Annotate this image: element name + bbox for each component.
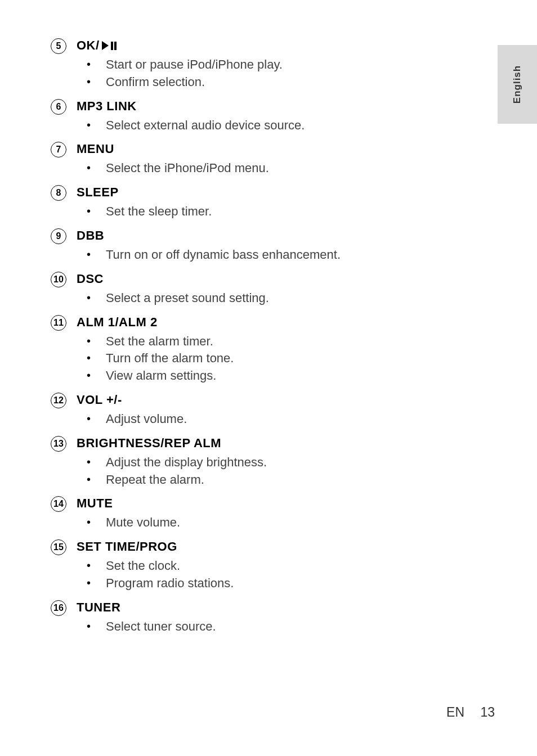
item-description-list: Set the clock.Program radio stations. <box>77 557 473 592</box>
manual-item: 8SLEEPSet the sleep timer. <box>51 185 473 220</box>
item-body: SLEEPSet the sleep timer. <box>77 185 473 220</box>
language-tab-label: English <box>512 65 523 104</box>
manual-item: 16TUNERSelect tuner source. <box>51 600 473 636</box>
item-description-list: Select a preset sound setting. <box>77 290 473 307</box>
item-title: MUTE <box>77 496 473 511</box>
item-title: DSC <box>77 272 473 286</box>
item-number-circle: 13 <box>51 436 66 452</box>
item-body: BRIGHTNESS/REP ALMAdjust the display bri… <box>77 436 473 489</box>
item-description: Start or pause iPod/iPhone play. <box>77 56 473 74</box>
item-description-list: Set the alarm timer.Turn off the alarm t… <box>77 333 473 385</box>
item-number-circle: 12 <box>51 393 66 408</box>
item-description: Program radio stations. <box>77 575 473 592</box>
item-body: DSCSelect a preset sound setting. <box>77 272 473 307</box>
language-tab: English <box>498 45 537 124</box>
manual-item: 13BRIGHTNESS/REP ALMAdjust the display b… <box>51 436 473 489</box>
manual-item: 9DBBTurn on or off dynamic bass enhancem… <box>51 228 473 264</box>
item-number-circle: 16 <box>51 600 66 616</box>
item-title: DBB <box>77 228 473 243</box>
item-description-list: Start or pause iPod/iPhone play.Confirm … <box>77 56 473 91</box>
item-title: MP3 LINK <box>77 99 473 114</box>
item-description: View alarm settings. <box>77 367 473 385</box>
item-number-circle: 7 <box>51 142 66 158</box>
item-description-list: Mute volume. <box>77 514 473 532</box>
item-description: Adjust volume. <box>77 411 473 428</box>
footer-language: EN <box>446 705 464 719</box>
play-pause-icon <box>102 41 117 50</box>
item-description: Set the sleep timer. <box>77 203 473 220</box>
item-number-circle: 15 <box>51 539 66 555</box>
item-number-circle: 8 <box>51 185 66 201</box>
item-title: TUNER <box>77 600 473 615</box>
page-footer: EN 13 <box>446 705 495 720</box>
item-description-list: Adjust the display brightness.Repeat the… <box>77 454 473 489</box>
item-description: Select the iPhone/iPod menu. <box>77 160 473 177</box>
item-description: Turn on or off dynamic bass enhancement. <box>77 246 473 264</box>
item-title: VOL +/- <box>77 393 473 407</box>
footer-page-number: 13 <box>480 705 495 719</box>
item-title: MENU <box>77 142 473 156</box>
item-description: Mute volume. <box>77 514 473 532</box>
item-description: Turn off the alarm tone. <box>77 350 473 367</box>
item-body: TUNERSelect tuner source. <box>77 600 473 636</box>
item-title: SLEEP <box>77 185 473 200</box>
manual-item: 10DSCSelect a preset sound setting. <box>51 272 473 307</box>
item-number-circle: 10 <box>51 272 66 287</box>
item-number-circle: 11 <box>51 315 66 331</box>
item-description: Adjust the display brightness. <box>77 454 473 471</box>
item-title: ALM 1/ALM 2 <box>77 315 473 330</box>
item-title: SET TIME/PROG <box>77 539 473 554</box>
item-description: Set the alarm timer. <box>77 333 473 350</box>
item-body: SET TIME/PROGSet the clock.Program radio… <box>77 539 473 592</box>
manual-item: 7MENUSelect the iPhone/iPod menu. <box>51 142 473 177</box>
item-title: OK/ <box>77 38 473 53</box>
manual-item: 5OK/Start or pause iPod/iPhone play.Conf… <box>51 38 473 91</box>
item-title: BRIGHTNESS/REP ALM <box>77 436 473 451</box>
manual-item: 14MUTEMute volume. <box>51 496 473 532</box>
item-number-circle: 6 <box>51 99 66 115</box>
manual-item: 6MP3 LINKSelect external audio device so… <box>51 99 473 134</box>
manual-content: 5OK/Start or pause iPod/iPhone play.Conf… <box>51 38 473 644</box>
item-number-circle: 5 <box>51 38 66 54</box>
item-number-circle: 14 <box>51 496 66 512</box>
item-description: Select a preset sound setting. <box>77 290 473 307</box>
item-body: MUTEMute volume. <box>77 496 473 532</box>
item-description-list: Select tuner source. <box>77 618 473 636</box>
item-description: Select external audio device source. <box>77 117 473 134</box>
item-description-list: Select the iPhone/iPod menu. <box>77 160 473 177</box>
manual-item: 15SET TIME/PROGSet the clock.Program rad… <box>51 539 473 592</box>
item-body: MP3 LINKSelect external audio device sou… <box>77 99 473 134</box>
item-number-circle: 9 <box>51 228 66 244</box>
item-description: Confirm selection. <box>77 74 473 91</box>
item-description-list: Set the sleep timer. <box>77 203 473 220</box>
item-description: Select tuner source. <box>77 618 473 636</box>
item-body: VOL +/-Adjust volume. <box>77 393 473 428</box>
item-description: Repeat the alarm. <box>77 471 473 489</box>
manual-item: 12VOL +/-Adjust volume. <box>51 393 473 428</box>
item-description-list: Select external audio device source. <box>77 117 473 134</box>
item-body: OK/Start or pause iPod/iPhone play.Confi… <box>77 38 473 91</box>
item-description-list: Turn on or off dynamic bass enhancement. <box>77 246 473 264</box>
item-body: MENUSelect the iPhone/iPod menu. <box>77 142 473 177</box>
item-body: ALM 1/ALM 2Set the alarm timer.Turn off … <box>77 315 473 385</box>
item-description: Set the clock. <box>77 557 473 575</box>
manual-item: 11ALM 1/ALM 2Set the alarm timer.Turn of… <box>51 315 473 385</box>
item-description-list: Adjust volume. <box>77 411 473 428</box>
item-body: DBBTurn on or off dynamic bass enhanceme… <box>77 228 473 264</box>
